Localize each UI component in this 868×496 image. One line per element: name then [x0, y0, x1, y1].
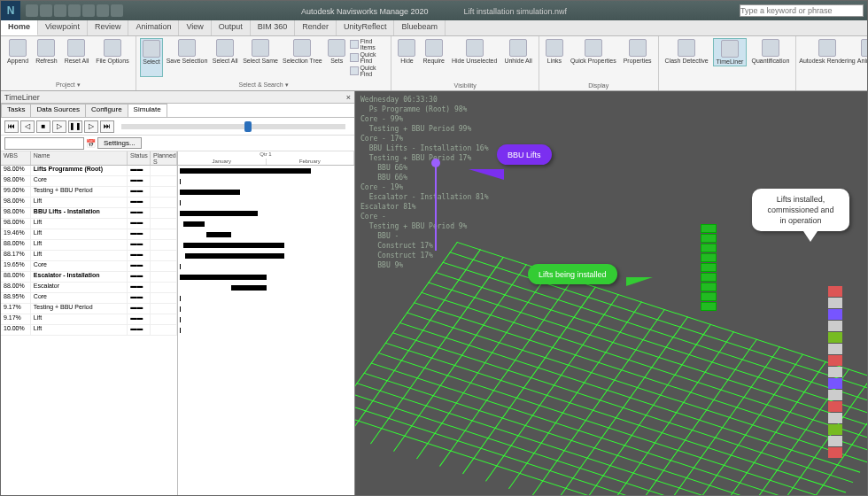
subtab-tasks[interactable]: Tasks [1, 104, 31, 117]
tab-bim 360[interactable]: BIM 360 [251, 20, 296, 35]
stop-button[interactable]: ■ [36, 120, 50, 133]
gantt-bar[interactable] [183, 221, 205, 227]
gantt-bar[interactable] [185, 253, 284, 259]
task-row[interactable]: 88.00%Lift▬▬ [1, 240, 177, 251]
tab-animation[interactable]: Animation [128, 20, 179, 35]
gantt-bar[interactable] [180, 168, 311, 174]
ribbon-hide-unselected[interactable]: Hide Unselected [449, 38, 500, 65]
gantt-bar[interactable] [180, 328, 181, 333]
col-planned[interactable]: Planned S [151, 151, 177, 165]
ribbon-select-same[interactable]: Select Same [242, 38, 280, 77]
tab-unityreflect[interactable]: UnityReflect [337, 20, 395, 35]
task-row[interactable]: 98.00%BBU Lifts - Installation▬▬ [1, 208, 177, 219]
grid-header: WBS Name Status Planned S [1, 151, 177, 166]
gantt-bar[interactable] [180, 275, 267, 280]
qat-button[interactable] [82, 4, 95, 17]
panel-close-icon[interactable]: × [346, 93, 351, 102]
task-row[interactable]: 88.95%Core▬▬ [1, 293, 177, 304]
ribbon-quick-properties[interactable]: Quick Properties [568, 38, 619, 65]
task-row[interactable]: 9.17%Lift▬▬ [1, 314, 177, 325]
ribbon-append[interactable]: Append [4, 38, 31, 65]
col-status[interactable]: Status [128, 151, 151, 165]
ribbon-select-all[interactable]: Select All [211, 38, 240, 77]
task-row[interactable]: 99.00%Testing + BBU Period▬▬ [1, 187, 177, 198]
tab-review[interactable]: Review [88, 20, 129, 35]
qat-button[interactable] [68, 4, 81, 17]
pause-button[interactable]: ❚❚ [68, 120, 82, 133]
ribbon-mini[interactable]: Quick Find [350, 65, 387, 77]
ribbon-links[interactable]: Links [543, 38, 566, 65]
ribbon-timeliner[interactable]: TimeLiner [713, 38, 748, 66]
gantt-bar[interactable] [180, 211, 258, 216]
gantt-bar[interactable] [183, 243, 284, 248]
subtab-data-sources[interactable]: Data Sources [30, 104, 85, 117]
tab-render[interactable]: Render [295, 20, 337, 35]
task-row[interactable]: 88.00%Escalator▬▬ [1, 283, 177, 293]
step-fwd-button[interactable]: ▷ [84, 120, 98, 133]
tab-bluebeam[interactable]: Bluebeam [394, 20, 446, 35]
ribbon-properties[interactable]: Properties [621, 38, 655, 65]
qat-button[interactable] [111, 4, 123, 17]
tab-output[interactable]: Output [212, 20, 251, 35]
fwd-end-button[interactable]: ⏭ [100, 120, 114, 133]
task-row[interactable]: 88.00%Escalator - Installation▬▬ [1, 272, 177, 283]
task-row[interactable]: 9.17%Testing + BBU Period▬▬ [1, 304, 177, 314]
ribbon-unhide-all[interactable]: Unhide All [501, 38, 535, 65]
rewind-button[interactable]: ⏮ [4, 120, 19, 133]
callout-tail [803, 231, 818, 242]
col-wbs[interactable]: WBS [1, 151, 31, 165]
col-name[interactable]: Name [31, 151, 128, 165]
subtab-configure[interactable]: Configure [85, 104, 128, 117]
ribbon-save-selection[interactable]: Save Selection [165, 38, 208, 77]
ribbon-file-options[interactable]: File Options [93, 38, 131, 65]
task-row[interactable]: 19.46%Lift▬▬ [1, 229, 177, 240]
gantt-bar[interactable] [180, 190, 240, 195]
ribbon-reset-all[interactable]: Reset All [62, 38, 92, 65]
subtab-simulate[interactable]: Simulate [128, 104, 167, 117]
qat-button[interactable] [40, 4, 52, 17]
help-search-input[interactable] [740, 4, 864, 17]
ribbon-quantification[interactable]: Quantification [748, 38, 792, 66]
gantt-bar[interactable] [180, 306, 181, 312]
tab-viewpoint[interactable]: Viewpoint [38, 20, 88, 35]
ribbon-select[interactable]: Select [140, 38, 164, 77]
task-row[interactable]: 10.00%Lift▬▬ [1, 325, 177, 336]
ribbon-clash-detective[interactable]: Clash Detective [663, 38, 711, 66]
tab-view[interactable]: View [179, 20, 211, 35]
calendar-icon[interactable]: 📅 [86, 139, 96, 148]
gantt-bar[interactable] [180, 200, 181, 205]
task-row[interactable]: 98.00%Lift▬▬ [1, 198, 177, 208]
settings-button[interactable]: Settings... [97, 137, 142, 149]
ribbon-animator[interactable]: Animator [856, 38, 868, 70]
gantt-bar[interactable] [180, 264, 181, 269]
gantt-bar[interactable] [180, 179, 181, 184]
task-row[interactable]: 19.65%Core▬▬ [1, 261, 177, 272]
date-input[interactable] [4, 137, 84, 150]
gantt-bar[interactable] [206, 232, 231, 237]
ribbon-refresh[interactable]: Refresh [33, 38, 60, 65]
ribbon-autodesk-rendering[interactable]: Autodesk Rendering [800, 38, 854, 70]
time-slider[interactable] [121, 124, 345, 129]
ribbon-require[interactable]: Require [420, 38, 447, 65]
task-row[interactable]: 98.00%Lifts Programme (Root)▬▬ [1, 166, 177, 176]
task-row[interactable]: 98.00%Core▬▬ [1, 176, 177, 187]
ribbon-selection-tree[interactable]: Selection Tree [282, 38, 324, 77]
qat-button[interactable] [97, 4, 109, 17]
ribbon-mini[interactable]: Quick Find [350, 51, 387, 64]
ribbon-hide[interactable]: Hide [395, 38, 418, 65]
gantt-bar[interactable] [180, 296, 181, 301]
play-button[interactable]: ▷ [52, 120, 66, 133]
task-row[interactable]: 88.17%Lift▬▬ [1, 251, 177, 261]
gantt-bar[interactable] [231, 285, 267, 291]
3d-viewport[interactable]: Wednesday 06:33:30 Ps Programme (Root) 9… [355, 91, 867, 496]
slider-thumb[interactable] [244, 121, 252, 132]
qat-button[interactable] [26, 4, 38, 17]
window-titlebar: N Autodesk Navisworks Manage 2020Lift in… [1, 1, 867, 20]
task-row[interactable]: 98.00%Lift▬▬ [1, 219, 177, 229]
step-back-button[interactable]: ◁ [20, 120, 35, 133]
ribbon-sets[interactable]: Sets [325, 38, 348, 77]
gantt-bar[interactable] [180, 317, 181, 322]
tab-home[interactable]: Home [1, 20, 38, 35]
ribbon-mini[interactable]: Find Items [350, 38, 387, 50]
qat-button[interactable] [54, 4, 66, 17]
